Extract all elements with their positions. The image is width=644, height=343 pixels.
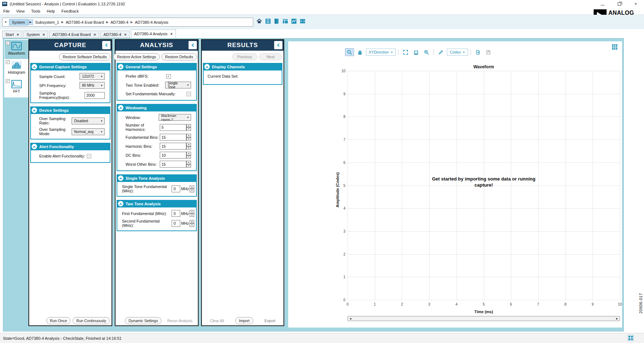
spin-up-icon[interactable]: ▲	[190, 220, 194, 224]
section-header[interactable]: General Capture Settings	[30, 63, 110, 70]
data-grid-icon[interactable]	[612, 44, 618, 50]
section-header[interactable]: General Settings	[117, 63, 197, 70]
spi-frequency-select[interactable]: 80 MHz▼	[80, 82, 105, 89]
menu-file[interactable]: File	[0, 9, 13, 13]
tab-start[interactable]: Start ×	[2, 31, 22, 38]
fit-to-view-button[interactable]	[401, 48, 410, 56]
chart-horizontal-scrollbar[interactable]: ◄ ►	[348, 316, 620, 321]
export-data-button[interactable]	[473, 48, 482, 56]
breadcrumb-root-arrow-icon[interactable]: ▶	[28, 19, 33, 25]
sidebar-item-fft[interactable]: ✓ FFT	[5, 78, 28, 97]
spin-up-icon[interactable]: ▲	[186, 134, 191, 137]
second-fundamental-input[interactable]	[172, 220, 180, 227]
script-editor-icon[interactable]	[299, 18, 305, 24]
fundamental-bins-input[interactable]	[160, 134, 186, 141]
results-collapse-button[interactable]	[274, 41, 282, 49]
set-fundamentals-checkbox[interactable]	[186, 92, 191, 96]
collapse-icon[interactable]	[118, 105, 123, 110]
breadcrumb-item-subsystem[interactable]: Subsystem_1	[35, 20, 59, 24]
scroll-right-icon[interactable]: ►	[616, 317, 618, 320]
worst-other-bins-input[interactable]	[160, 161, 186, 168]
sampling-frequency-input[interactable]	[85, 92, 105, 99]
restore-button[interactable]	[611, 0, 627, 8]
codes-select[interactable]: Codes▼	[447, 49, 468, 56]
tab-close-icon[interactable]: ×	[171, 32, 173, 36]
home-icon[interactable]	[256, 18, 262, 24]
xy-direction-select[interactable]: XYDirection▼	[366, 49, 396, 56]
collapse-icon[interactable]	[118, 175, 123, 181]
tab-chip[interactable]: AD7380-4 ×	[100, 31, 130, 38]
tab-system[interactable]: System ×	[23, 31, 48, 38]
spin-down-icon[interactable]: ▼	[190, 214, 194, 217]
collapse-icon[interactable]	[204, 64, 210, 69]
over-sampling-mode-select[interactable]: Normal_avg▼	[72, 128, 105, 135]
dynamic-settings-button[interactable]: Dynamic Settings	[125, 317, 162, 324]
collapse-icon[interactable]	[118, 201, 123, 206]
collapse-icon[interactable]	[32, 144, 37, 149]
analysis-view-icon[interactable]	[291, 18, 297, 24]
number-of-harmonics-input[interactable]	[160, 124, 186, 131]
tab-close-icon[interactable]: ×	[42, 32, 45, 37]
enable-alert-checkbox[interactable]	[87, 154, 91, 159]
previous-button[interactable]: Previous	[232, 53, 257, 60]
menu-tools[interactable]: Tools	[28, 9, 44, 13]
spin-up-icon[interactable]: ▲	[186, 143, 191, 146]
section-header[interactable]: Alert Functionality	[30, 143, 110, 150]
import-button[interactable]: Import	[235, 317, 253, 324]
board-view-icon[interactable]	[265, 18, 271, 24]
run-once-button[interactable]: Run Once	[46, 317, 71, 324]
menu-help[interactable]: Help	[44, 9, 58, 13]
close-button[interactable]: ×	[627, 0, 644, 8]
pan-button[interactable]	[355, 48, 364, 56]
layout-toggle-icon[interactable]	[627, 335, 634, 341]
register-map-icon[interactable]	[282, 18, 288, 24]
over-sampling-ratio-select[interactable]: Disabled▼	[72, 118, 105, 124]
run-continuously-button[interactable]: Run Continuously	[73, 317, 110, 324]
rerun-analysis-button[interactable]: Rerun Analysis	[164, 317, 196, 324]
reset-zoom-button[interactable]	[412, 48, 421, 56]
section-header[interactable]: Single Tone Analysis	[117, 174, 197, 182]
first-fundamental-input[interactable]	[172, 210, 180, 217]
zoom-select-button[interactable]	[345, 48, 354, 56]
histogram-checkbox[interactable]: ✓	[6, 60, 10, 64]
spin-up-icon[interactable]: ▲	[186, 152, 191, 155]
spin-down-icon[interactable]: ▼	[186, 127, 191, 131]
two-tone-enabled-select[interactable]: Single Tone▼	[165, 82, 191, 88]
spin-up-icon[interactable]: ▲	[190, 186, 194, 189]
fft-checkbox[interactable]: ✓	[6, 79, 10, 83]
sidebar-item-histogram[interactable]: ✓ Histogram	[5, 59, 28, 78]
tab-analysis[interactable]: AD7380-4 Analysis ×	[131, 29, 176, 38]
section-header[interactable]: Device Settings	[30, 106, 110, 114]
clear-all-button[interactable]: Clear All	[207, 317, 228, 324]
analysis-collapse-button[interactable]	[189, 41, 197, 49]
breadcrumb-dropdown-icon[interactable]: ▼	[3, 20, 9, 24]
menu-feedback[interactable]: Feedback	[58, 9, 82, 13]
tab-eval-board[interactable]: AD7380-4 Eval Board ×	[49, 31, 99, 38]
spin-down-icon[interactable]: ▼	[186, 155, 191, 159]
menu-view[interactable]: View	[13, 9, 28, 13]
window-select[interactable]: Blackman Harris 7▼	[159, 114, 191, 121]
next-button[interactable]: Next	[259, 53, 282, 60]
section-header[interactable]: Two Tone Analysis	[117, 200, 197, 207]
zoom-in-button[interactable]	[422, 48, 431, 56]
spin-down-icon[interactable]: ▼	[186, 137, 191, 141]
restore-software-defaults-button[interactable]: Restore Software Defaults	[59, 53, 110, 60]
spin-down-icon[interactable]: ▼	[190, 189, 194, 192]
spin-up-icon[interactable]: ▲	[186, 124, 191, 128]
memory-map-icon[interactable]	[273, 18, 280, 24]
tab-close-icon[interactable]: ×	[94, 32, 96, 37]
tab-close-icon[interactable]: ×	[17, 32, 19, 37]
breadcrumb-item-analysis[interactable]: AD7380-4 Analysis	[135, 20, 168, 24]
breadcrumb-item-chip[interactable]: AD7380-4	[110, 20, 128, 24]
scroll-left-icon[interactable]: ◄	[349, 317, 352, 320]
section-header[interactable]: Display Channels	[203, 63, 282, 70]
spin-up-icon[interactable]: ▲	[190, 210, 194, 214]
breadcrumb-root[interactable]: System	[9, 19, 28, 26]
breadcrumb-item-board[interactable]: AD7380-4 Eval Board	[66, 20, 104, 24]
restore-defaults-button[interactable]: Restore Defaults	[162, 53, 197, 60]
collapse-icon[interactable]	[118, 64, 123, 69]
tab-close-icon[interactable]: ×	[124, 32, 126, 37]
capture-collapse-button[interactable]	[102, 41, 110, 49]
spin-down-icon[interactable]: ▼	[190, 223, 194, 227]
waveform-checkbox[interactable]: ✓	[6, 41, 10, 45]
